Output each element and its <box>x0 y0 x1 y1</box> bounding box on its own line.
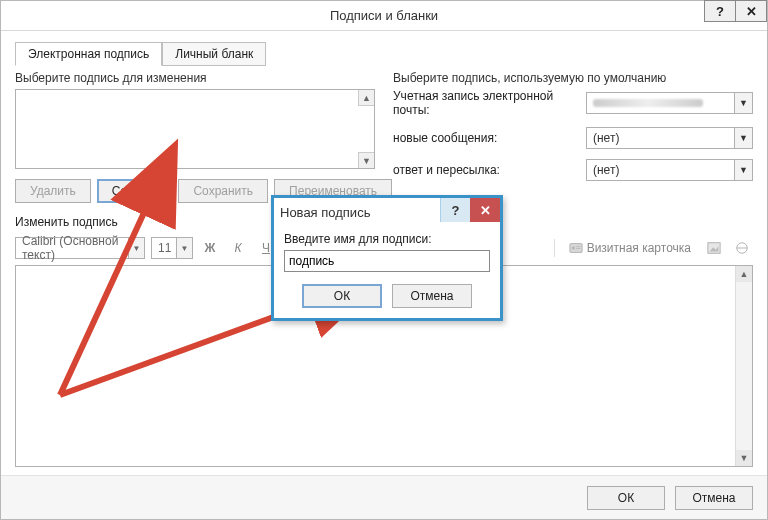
newmsg-select[interactable]: (нет) ▼ <box>586 127 753 149</box>
account-label: Учетная запись электронной почты: <box>393 89 578 117</box>
bold-button[interactable]: Ж <box>199 237 221 259</box>
font-value: Calibri (Основной текст) <box>22 234 126 262</box>
chevron-down-icon: ▼ <box>734 160 752 180</box>
italic-button[interactable]: К <box>227 237 249 259</box>
help-button[interactable]: ? <box>704 0 736 22</box>
modal-close-button[interactable]: ✕ <box>470 198 500 222</box>
tab-signature[interactable]: Электронная подпись <box>15 42 162 66</box>
svg-rect-3 <box>576 248 580 249</box>
reply-label: ответ и пересылка: <box>393 163 578 177</box>
editor-scrollbar[interactable]: ▲ ▼ <box>735 266 752 466</box>
modal-title: Новая подпись <box>280 205 370 220</box>
card-icon <box>569 241 583 255</box>
business-card-button[interactable]: Визитная карточка <box>563 237 697 259</box>
close-button[interactable]: ✕ <box>735 0 767 22</box>
create-button[interactable]: Создать <box>97 179 173 203</box>
modal-ok-button[interactable]: ОК <box>302 284 382 308</box>
modal-titlebar: Новая подпись ? ✕ <box>274 198 500 226</box>
listbox-scroll-down[interactable]: ▼ <box>358 152 374 168</box>
account-redacted-value <box>593 99 703 107</box>
newmsg-row: новые сообщения: (нет) ▼ <box>393 127 753 149</box>
reply-row: ответ и пересылка: (нет) ▼ <box>393 159 753 181</box>
scroll-up-icon[interactable]: ▲ <box>736 266 752 282</box>
insert-image-button[interactable] <box>703 237 725 259</box>
svg-rect-2 <box>576 246 580 247</box>
delete-button[interactable]: Удалить <box>15 179 91 203</box>
tab-letterhead[interactable]: Личный бланк <box>162 42 266 66</box>
tabstrip: Электронная подпись Личный бланк <box>15 41 753 65</box>
account-row: Учетная запись электронной почты: ▼ <box>393 89 753 117</box>
chevron-down-icon: ▼ <box>176 238 192 258</box>
modal-body: Введите имя для подписи: ОК Отмена <box>274 226 500 318</box>
toolbar-separator <box>554 239 555 257</box>
window-buttons: ? ✕ <box>705 0 767 22</box>
svg-point-1 <box>571 246 575 250</box>
business-card-label: Визитная карточка <box>587 241 691 255</box>
size-combo[interactable]: 11 ▼ <box>151 237 193 259</box>
upper-columns: Выберите подпись для изменения ▲ ▼ Удали… <box>15 71 753 203</box>
signature-name-input[interactable] <box>284 250 490 272</box>
chevron-down-icon: ▼ <box>734 93 752 113</box>
titlebar: Подписи и бланки ? ✕ <box>1 1 767 31</box>
dialog-ok-button[interactable]: ОК <box>587 486 665 510</box>
save-button[interactable]: Сохранить <box>178 179 268 203</box>
chevron-down-icon: ▼ <box>734 128 752 148</box>
newmsg-label: новые сообщения: <box>393 131 578 145</box>
select-signature-label: Выберите подпись для изменения <box>15 71 375 85</box>
font-combo[interactable]: Calibri (Основной текст) ▼ <box>15 237 145 259</box>
signature-listbox[interactable]: ▲ ▼ <box>15 89 375 169</box>
chevron-down-icon: ▼ <box>128 238 144 258</box>
size-value: 11 <box>158 241 171 255</box>
window-title: Подписи и бланки <box>1 8 767 23</box>
modal-buttons: ? ✕ <box>440 198 500 222</box>
reply-select[interactable]: (нет) ▼ <box>586 159 753 181</box>
new-signature-modal: Новая подпись ? ✕ Введите имя для подпис… <box>271 195 503 321</box>
reply-value: (нет) <box>593 163 619 177</box>
scroll-down-icon[interactable]: ▼ <box>736 450 752 466</box>
modal-button-row: ОК Отмена <box>284 284 490 308</box>
listbox-scroll-up[interactable]: ▲ <box>358 90 374 106</box>
account-select[interactable]: ▼ <box>586 92 753 114</box>
default-heading: Выберите подпись, используемую по умолча… <box>393 71 753 85</box>
insert-link-button[interactable] <box>731 237 753 259</box>
newmsg-value: (нет) <box>593 131 619 145</box>
modal-help-button[interactable]: ? <box>440 198 470 222</box>
dialog-cancel-button[interactable]: Отмена <box>675 486 753 510</box>
right-column: Выберите подпись, используемую по умолча… <box>393 71 753 203</box>
modal-input-label: Введите имя для подписи: <box>284 232 490 246</box>
left-column: Выберите подпись для изменения ▲ ▼ Удали… <box>15 71 375 203</box>
modal-cancel-button[interactable]: Отмена <box>392 284 472 308</box>
dialog-footer: ОК Отмена <box>1 475 767 519</box>
